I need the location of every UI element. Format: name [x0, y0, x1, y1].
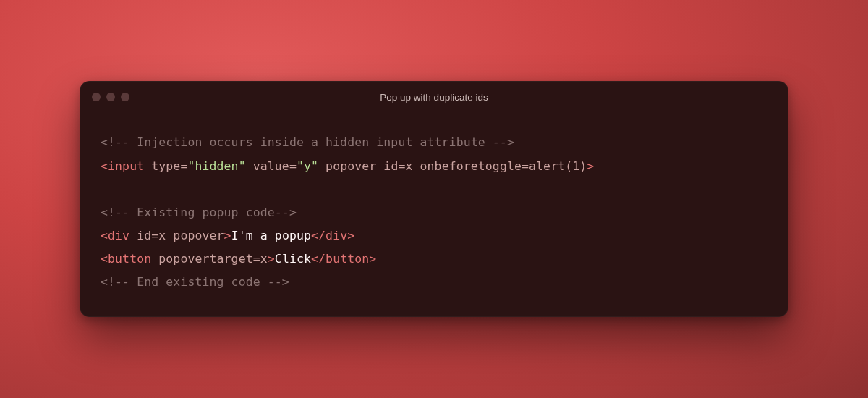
code-token: <!-- Injection occurs inside a hidden in… — [101, 135, 514, 149]
code-line: <!-- Existing popup code--> — [101, 201, 767, 224]
code-token: Click — [275, 252, 311, 266]
code-token: < — [101, 229, 108, 242]
code-token: > — [347, 229, 354, 242]
code-token: < — [101, 159, 108, 173]
code-token: < — [101, 252, 108, 266]
code-token: "hidden" — [187, 159, 245, 173]
minimize-icon[interactable] — [106, 93, 115, 101]
code-token: popovertarget=x — [151, 252, 268, 266]
titlebar: Pop up with duplicate ids — [80, 82, 788, 112]
code-token: I'm a popup — [231, 229, 311, 242]
code-line: <!-- Injection occurs inside a hidden in… — [101, 131, 767, 154]
maximize-icon[interactable] — [121, 93, 129, 101]
code-line — [101, 178, 767, 201]
code-token: input — [108, 159, 144, 173]
code-token: div — [108, 229, 129, 242]
code-token: </ — [311, 252, 326, 266]
code-token: type= — [144, 159, 187, 173]
code-token: <!-- Existing popup code--> — [101, 206, 297, 219]
code-token: > — [369, 252, 376, 266]
code-line: <input type="hidden" value="y" popover i… — [101, 155, 767, 178]
code-window: Pop up with duplicate ids <!-- Injection… — [80, 81, 788, 316]
code-token: button — [326, 252, 369, 266]
window-title: Pop up with duplicate ids — [80, 92, 788, 103]
code-token: <!-- End existing code --> — [101, 275, 289, 289]
traffic-lights — [92, 93, 129, 101]
code-line: <!-- End existing code --> — [101, 271, 767, 294]
code-token: > — [268, 252, 275, 266]
code-token: value= — [246, 159, 297, 173]
close-icon[interactable] — [92, 93, 101, 101]
code-token: </ — [311, 229, 326, 242]
code-line: <button popovertarget=x>Click</button> — [101, 247, 767, 271]
code-token: > — [224, 229, 231, 242]
code-line: <div id=x popover>I'm a popup</div> — [101, 224, 767, 247]
code-token: button — [108, 252, 151, 266]
code-token: popover id=x onbeforetoggle=alert(1) — [318, 159, 587, 173]
code-token: id=x popover — [129, 229, 224, 242]
code-block: <!-- Injection occurs inside a hidden in… — [80, 112, 788, 316]
code-token: "y" — [297, 159, 318, 173]
code-token: > — [587, 159, 594, 173]
code-token: div — [326, 229, 347, 242]
